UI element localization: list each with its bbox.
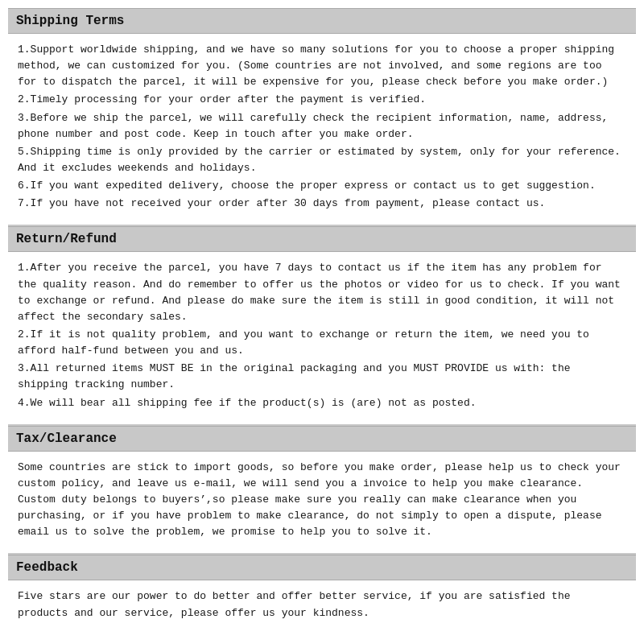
section-header-return-refund: Return/Refund bbox=[8, 226, 636, 252]
paragraph-shipping-terms-1: 2.Timely processing for your order after… bbox=[18, 92, 626, 108]
paragraph-tax-clearance-0: Some countries are stick to import goods… bbox=[18, 460, 626, 541]
section-content-shipping-terms: 1.Support worldwide shipping, and we hav… bbox=[8, 34, 636, 225]
paragraph-feedback-0: Five stars are our power to do better an… bbox=[18, 588, 626, 621]
paragraph-shipping-terms-4: 6.If you want expedited delivery, choose… bbox=[18, 178, 626, 194]
section-title-tax-clearance: Tax/Clearance bbox=[16, 431, 117, 446]
section-header-feedback: Feedback bbox=[8, 555, 636, 580]
section-title-return-refund: Return/Refund bbox=[16, 232, 117, 246]
paragraph-shipping-terms-0: 1.Support worldwide shipping, and we hav… bbox=[18, 42, 626, 90]
section-header-shipping-terms: Shipping Terms bbox=[8, 8, 636, 34]
section-return-refund: Return/Refund1.After you receive the par… bbox=[8, 226, 636, 423]
paragraph-shipping-terms-3: 5.Shipping time is only provided by the … bbox=[18, 144, 626, 176]
paragraph-shipping-terms-2: 3.Before we ship the parcel, we will car… bbox=[18, 110, 626, 142]
section-tax-clearance: Tax/ClearanceSome countries are stick to… bbox=[8, 426, 636, 554]
section-content-return-refund: 1.After you receive the parcel, you have… bbox=[8, 252, 636, 423]
section-title-feedback: Feedback bbox=[16, 560, 78, 575]
paragraph-return-refund-3: 4.We will bear all shipping fee if the p… bbox=[18, 395, 626, 411]
paragraph-return-refund-2: 3.All returned items MUST BE in the orig… bbox=[18, 361, 626, 393]
paragraph-shipping-terms-5: 7.If you have not received your order af… bbox=[18, 196, 626, 212]
section-content-tax-clearance: Some countries are stick to import goods… bbox=[8, 452, 636, 554]
paragraph-return-refund-0: 1.After you receive the parcel, you have… bbox=[18, 260, 626, 325]
section-feedback: FeedbackFive stars are our power to do b… bbox=[8, 555, 636, 634]
section-title-shipping-terms: Shipping Terms bbox=[16, 14, 124, 28]
section-shipping-terms: Shipping Terms1.Support worldwide shippi… bbox=[8, 8, 636, 225]
page-container: Shipping Terms1.Support worldwide shippi… bbox=[0, 0, 644, 642]
paragraph-return-refund-1: 2.If it is not quality problem, and you … bbox=[18, 327, 626, 359]
section-content-feedback: Five stars are our power to do better an… bbox=[8, 580, 636, 634]
section-header-tax-clearance: Tax/Clearance bbox=[8, 426, 636, 452]
